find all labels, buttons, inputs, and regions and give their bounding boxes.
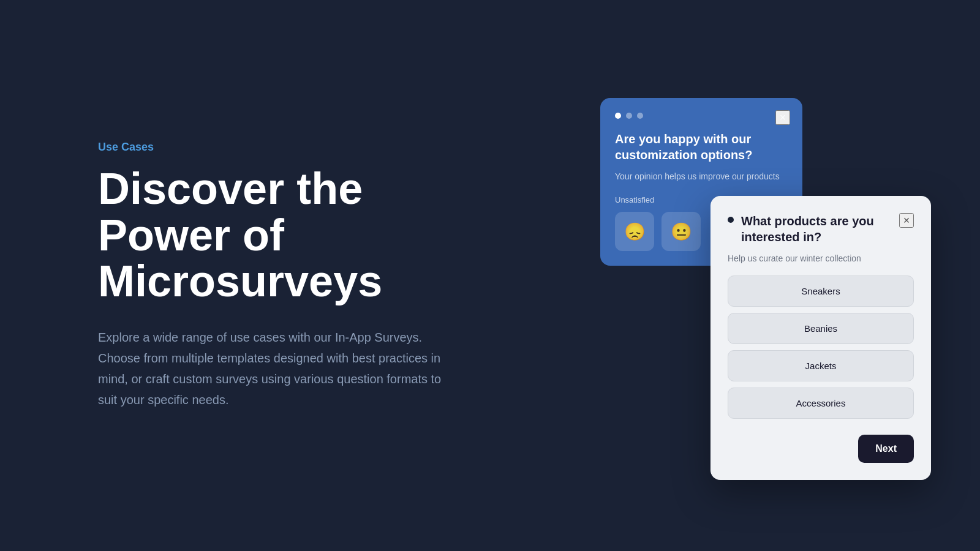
option-jackets[interactable]: Jackets [728,350,914,381]
blue-card-subtitle: Your opinion helps us improve our produc… [615,170,788,183]
dot-3 [637,113,643,119]
white-survey-card: What products are you interested in? × H… [710,196,931,480]
white-card-header-row: What products are you interested in? × [728,213,914,250]
next-button[interactable]: Next [858,435,914,463]
white-card-dot [728,217,734,223]
white-card-subtitle: Help us curate our winter collection [728,253,914,263]
left-content: Use Cases Discover the Power of Microsur… [0,141,459,410]
main-heading: Discover the Power of Microsurveys [98,166,459,305]
emoji-btn-sad[interactable]: 😞 [615,212,654,251]
white-card-footer: Next [728,435,914,463]
description-text: Explore a wide range of use cases with o… [98,327,459,410]
card-progress-dots [615,113,788,119]
white-card-close-button[interactable]: × [899,213,914,228]
option-accessories[interactable]: Accessories [728,388,914,419]
use-cases-label: Use Cases [98,141,459,154]
dot-2 [626,113,632,119]
page-container: Use Cases Discover the Power of Microsur… [0,0,980,551]
option-beanies[interactable]: Beanies [728,313,914,344]
white-card-question: What products are you interested in? [734,213,899,245]
option-sneakers[interactable]: Sneakers [728,276,914,307]
dot-1 [615,113,621,119]
blue-card-close-button[interactable]: × [775,110,790,125]
emoji-btn-neutral[interactable]: 😐 [662,212,701,251]
cards-area: × Are you happy with our customization o… [588,98,931,453]
blue-card-question: Are you happy with our customization opt… [615,131,788,163]
